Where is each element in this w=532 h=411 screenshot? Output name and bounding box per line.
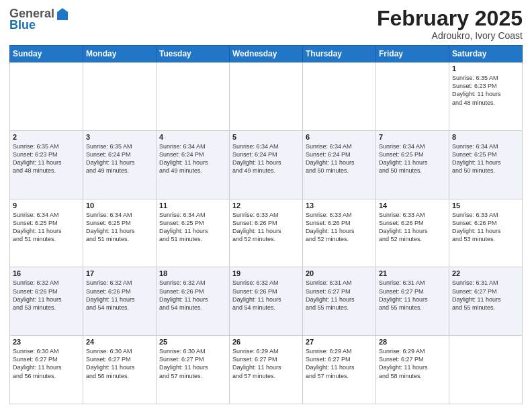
day-info: Sunrise: 6:35 AM Sunset: 6:23 PM Dayligh…: [13, 142, 80, 175]
day-info: Sunrise: 6:33 AM Sunset: 6:26 PM Dayligh…: [379, 211, 446, 244]
calendar-cell: [83, 62, 157, 131]
day-number: 22: [452, 269, 519, 277]
day-number: 10: [86, 201, 153, 210]
calendar-week-row: 1Sunrise: 6:35 AM Sunset: 6:23 PM Daylig…: [10, 62, 523, 131]
calendar-cell: 15Sunrise: 6:33 AM Sunset: 6:26 PM Dayli…: [449, 199, 523, 267]
day-number: 24: [86, 338, 153, 346]
calendar-cell: 28Sunrise: 6:29 AM Sunset: 6:27 PM Dayli…: [376, 336, 449, 404]
day-info: Sunrise: 6:35 AM Sunset: 6:23 PM Dayligh…: [452, 74, 519, 107]
calendar-header-saturday: Saturday: [449, 46, 523, 62]
day-info: Sunrise: 6:34 AM Sunset: 6:25 PM Dayligh…: [86, 211, 153, 244]
calendar-cell: 27Sunrise: 6:29 AM Sunset: 6:27 PM Dayli…: [303, 336, 376, 404]
day-number: 14: [379, 201, 446, 210]
day-number: 25: [159, 338, 226, 346]
calendar-table: SundayMondayTuesdayWednesdayThursdayFrid…: [9, 45, 523, 404]
day-info: Sunrise: 6:31 AM Sunset: 6:27 PM Dayligh…: [452, 279, 519, 312]
location: Adroukro, Ivory Coast: [377, 30, 523, 41]
calendar-header-wednesday: Wednesday: [230, 46, 303, 62]
calendar-cell: [230, 62, 303, 131]
day-info: Sunrise: 6:32 AM Sunset: 6:26 PM Dayligh…: [159, 279, 226, 312]
day-number: 13: [306, 201, 373, 210]
day-number: 9: [13, 201, 80, 210]
day-number: 17: [86, 269, 153, 277]
logo-icon: [56, 7, 69, 21]
day-number: 1: [452, 64, 519, 73]
calendar-cell: [303, 62, 376, 131]
day-info: Sunrise: 6:34 AM Sunset: 6:25 PM Dayligh…: [452, 142, 519, 175]
day-number: 23: [13, 338, 80, 346]
day-number: 27: [306, 338, 373, 346]
calendar-cell: 23Sunrise: 6:30 AM Sunset: 6:27 PM Dayli…: [10, 336, 83, 404]
day-number: 4: [159, 133, 226, 141]
day-info: Sunrise: 6:30 AM Sunset: 6:27 PM Dayligh…: [13, 347, 80, 380]
calendar-cell: 1Sunrise: 6:35 AM Sunset: 6:23 PM Daylig…: [449, 62, 523, 131]
calendar-cell: 9Sunrise: 6:34 AM Sunset: 6:25 PM Daylig…: [10, 199, 83, 267]
day-number: 19: [232, 269, 300, 277]
day-info: Sunrise: 6:33 AM Sunset: 6:26 PM Dayligh…: [306, 211, 373, 244]
svg-marker-0: [57, 8, 68, 20]
day-number: 15: [452, 201, 519, 210]
day-info: Sunrise: 6:33 AM Sunset: 6:26 PM Dayligh…: [452, 211, 519, 244]
day-info: Sunrise: 6:32 AM Sunset: 6:26 PM Dayligh…: [232, 279, 300, 312]
calendar-cell: 25Sunrise: 6:30 AM Sunset: 6:27 PM Dayli…: [157, 336, 230, 404]
day-info: Sunrise: 6:34 AM Sunset: 6:25 PM Dayligh…: [379, 142, 446, 175]
calendar-cell: 24Sunrise: 6:30 AM Sunset: 6:27 PM Dayli…: [83, 336, 157, 404]
day-number: 16: [13, 269, 80, 277]
calendar-cell: [449, 336, 523, 404]
day-number: 12: [232, 201, 300, 210]
day-number: 3: [86, 133, 153, 141]
logo: General Blue: [9, 7, 69, 32]
calendar-header-sunday: Sunday: [10, 46, 83, 62]
day-info: Sunrise: 6:29 AM Sunset: 6:27 PM Dayligh…: [306, 347, 373, 380]
month-title: February 2025: [377, 7, 523, 30]
calendar-cell: 21Sunrise: 6:31 AM Sunset: 6:27 PM Dayli…: [376, 267, 449, 336]
day-info: Sunrise: 6:34 AM Sunset: 6:25 PM Dayligh…: [13, 211, 80, 244]
page: General Blue February 2025 Adroukro, Ivo…: [0, 0, 532, 411]
day-number: 2: [13, 133, 80, 141]
calendar-cell: 13Sunrise: 6:33 AM Sunset: 6:26 PM Dayli…: [303, 199, 376, 267]
day-info: Sunrise: 6:29 AM Sunset: 6:27 PM Dayligh…: [379, 347, 446, 380]
calendar-cell: 18Sunrise: 6:32 AM Sunset: 6:26 PM Dayli…: [157, 267, 230, 336]
calendar-week-row: 16Sunrise: 6:32 AM Sunset: 6:26 PM Dayli…: [10, 267, 523, 336]
calendar-week-row: 9Sunrise: 6:34 AM Sunset: 6:25 PM Daylig…: [10, 199, 523, 267]
calendar-cell: [376, 62, 449, 131]
calendar-header-tuesday: Tuesday: [157, 46, 230, 62]
day-info: Sunrise: 6:31 AM Sunset: 6:27 PM Dayligh…: [379, 279, 446, 312]
calendar-cell: 20Sunrise: 6:31 AM Sunset: 6:27 PM Dayli…: [303, 267, 376, 336]
calendar-week-row: 2Sunrise: 6:35 AM Sunset: 6:23 PM Daylig…: [10, 130, 523, 199]
calendar-cell: [10, 62, 83, 131]
calendar-header-row: SundayMondayTuesdayWednesdayThursdayFrid…: [10, 46, 523, 62]
day-number: 18: [159, 269, 226, 277]
calendar-cell: 19Sunrise: 6:32 AM Sunset: 6:26 PM Dayli…: [230, 267, 303, 336]
day-info: Sunrise: 6:32 AM Sunset: 6:26 PM Dayligh…: [13, 279, 80, 312]
calendar-cell: 16Sunrise: 6:32 AM Sunset: 6:26 PM Dayli…: [10, 267, 83, 336]
calendar-cell: 5Sunrise: 6:34 AM Sunset: 6:24 PM Daylig…: [230, 130, 303, 199]
calendar-header-monday: Monday: [83, 46, 157, 62]
day-number: 28: [379, 338, 446, 346]
day-number: 21: [379, 269, 446, 277]
day-info: Sunrise: 6:29 AM Sunset: 6:27 PM Dayligh…: [232, 347, 300, 380]
calendar-header-thursday: Thursday: [303, 46, 376, 62]
day-info: Sunrise: 6:34 AM Sunset: 6:24 PM Dayligh…: [306, 142, 373, 175]
calendar-cell: 26Sunrise: 6:29 AM Sunset: 6:27 PM Dayli…: [230, 336, 303, 404]
calendar-cell: 2Sunrise: 6:35 AM Sunset: 6:23 PM Daylig…: [10, 130, 83, 199]
day-number: 5: [232, 133, 300, 141]
calendar-cell: 4Sunrise: 6:34 AM Sunset: 6:24 PM Daylig…: [157, 130, 230, 199]
calendar-header-friday: Friday: [376, 46, 449, 62]
day-info: Sunrise: 6:32 AM Sunset: 6:26 PM Dayligh…: [86, 279, 153, 312]
day-number: 7: [379, 133, 446, 141]
calendar-cell: 12Sunrise: 6:33 AM Sunset: 6:26 PM Dayli…: [230, 199, 303, 267]
calendar-cell: 17Sunrise: 6:32 AM Sunset: 6:26 PM Dayli…: [83, 267, 157, 336]
calendar-cell: 14Sunrise: 6:33 AM Sunset: 6:26 PM Dayli…: [376, 199, 449, 267]
calendar-cell: [157, 62, 230, 131]
day-info: Sunrise: 6:35 AM Sunset: 6:24 PM Dayligh…: [86, 142, 153, 175]
day-info: Sunrise: 6:30 AM Sunset: 6:27 PM Dayligh…: [159, 347, 226, 380]
calendar-cell: 22Sunrise: 6:31 AM Sunset: 6:27 PM Dayli…: [449, 267, 523, 336]
day-info: Sunrise: 6:34 AM Sunset: 6:25 PM Dayligh…: [159, 211, 226, 244]
calendar-week-row: 23Sunrise: 6:30 AM Sunset: 6:27 PM Dayli…: [10, 336, 523, 404]
calendar-cell: 6Sunrise: 6:34 AM Sunset: 6:24 PM Daylig…: [303, 130, 376, 199]
day-info: Sunrise: 6:34 AM Sunset: 6:24 PM Dayligh…: [159, 142, 226, 175]
day-number: 11: [159, 201, 226, 210]
day-info: Sunrise: 6:30 AM Sunset: 6:27 PM Dayligh…: [86, 347, 153, 380]
calendar-cell: 3Sunrise: 6:35 AM Sunset: 6:24 PM Daylig…: [83, 130, 157, 199]
